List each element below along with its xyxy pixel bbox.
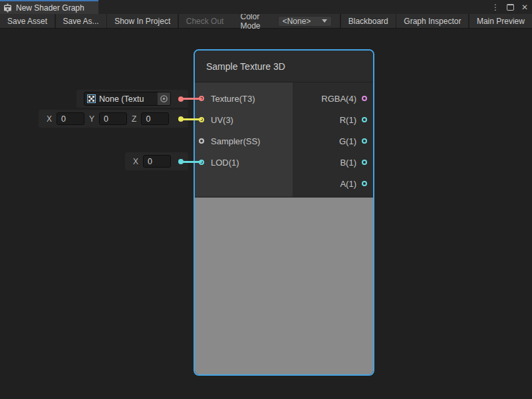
uv-vector3-widget: X 0 Y 0 Z 0	[39, 110, 188, 128]
uv-y-field[interactable]: 0	[99, 112, 127, 125]
port-row-r: R(1)	[293, 109, 373, 130]
close-icon[interactable]: ✕	[521, 3, 528, 11]
input-ports-column: Texture(T3) UV(3) Sampler(SS) LOD(1)	[195, 82, 293, 197]
uv-z-field[interactable]: 0	[141, 112, 169, 125]
output-port-a[interactable]	[362, 181, 367, 186]
output-port-b[interactable]	[362, 160, 367, 165]
chevron-down-icon	[322, 19, 327, 23]
port-row-uv: UV(3)	[195, 109, 293, 130]
port-row-sampler: Sampler(SS)	[195, 130, 293, 152]
port-row-lod: LOD(1)	[195, 152, 293, 173]
texture-field-value: None (Textu	[99, 94, 158, 104]
output-port-g[interactable]	[362, 138, 367, 144]
port-row-texture: Texture(T3)	[195, 88, 293, 109]
edge-texture[interactable]	[181, 98, 202, 100]
axis-label-z: Z	[132, 114, 136, 124]
check-out-button: Check Out	[179, 14, 231, 28]
main-preview-button[interactable]: Main Preview	[469, 14, 532, 28]
color-mode-label: Color Mode	[231, 14, 277, 28]
color-mode-value: <None>	[283, 17, 323, 26]
texture-checker-icon	[87, 94, 96, 103]
output-port-r[interactable]	[362, 117, 367, 122]
node-title: Sample Texture 3D	[206, 61, 285, 72]
port-row-a: A(1)	[293, 173, 373, 194]
maximize-icon[interactable]	[507, 4, 514, 11]
port-row-g: G(1)	[293, 130, 373, 152]
save-asset-button[interactable]: Save Asset	[0, 14, 55, 28]
node-preview	[195, 197, 373, 374]
port-row-rgba: RGBA(4)	[293, 88, 373, 109]
graph-canvas[interactable]: None (Textu X 0 Y 0 Z 0 X 0	[0, 29, 532, 399]
object-picker-button[interactable]	[158, 92, 170, 105]
output-ports-column: RGBA(4) R(1) G(1) B(1) A(1)	[293, 82, 373, 197]
node-header[interactable]: Sample Texture 3D	[195, 51, 373, 82]
input-port-sampler[interactable]	[199, 138, 204, 144]
graph-inspector-button[interactable]: Graph Inspector	[396, 14, 468, 28]
texture-input-widget: None (Textu	[76, 90, 188, 108]
lod-scalar-widget: X 0	[125, 152, 188, 170]
node-sample-texture-3d[interactable]: Sample Texture 3D Texture(T3) UV(3) Samp…	[194, 49, 374, 376]
tab-new-shader-graph[interactable]: New Shader Graph	[0, 0, 98, 14]
node-ports: Texture(T3) UV(3) Sampler(SS) LOD(1) RGB…	[195, 82, 373, 197]
window-menu-icon[interactable]: ⋮	[491, 3, 499, 11]
shader-graph-toolbar: Save Asset Save As... Show In Project Ch…	[0, 14, 532, 29]
axis-label-x: X	[133, 157, 138, 166]
object-picker-icon	[160, 94, 168, 103]
axis-label-x: X	[47, 114, 52, 124]
axis-label-y: Y	[89, 114, 94, 124]
uv-x-field[interactable]: 0	[57, 112, 84, 125]
blackboard-button[interactable]: Blackboard	[341, 14, 396, 28]
port-row-b: B(1)	[293, 152, 373, 173]
color-mode-dropdown[interactable]: <None>	[278, 16, 332, 27]
texture-object-field[interactable]: None (Textu	[84, 92, 171, 106]
edge-lod[interactable]	[181, 161, 202, 163]
edge-uv[interactable]	[181, 118, 202, 120]
shader-graph-icon	[3, 3, 12, 13]
tab-title: New Shader Graph	[16, 3, 84, 13]
lod-x-field[interactable]: 0	[143, 155, 171, 168]
show-in-project-button[interactable]: Show In Project	[107, 14, 178, 28]
output-port-rgba[interactable]	[362, 96, 367, 101]
save-as-button[interactable]: Save As...	[56, 14, 106, 28]
title-bar: New Shader Graph ⋮ ✕	[0, 0, 532, 14]
